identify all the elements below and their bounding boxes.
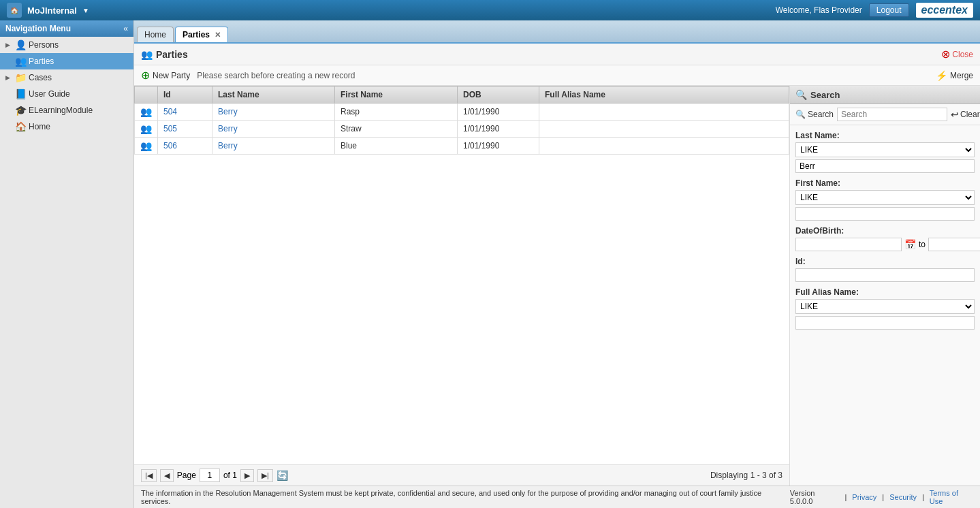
logout-button[interactable]: Logout — [869, 3, 909, 17]
persons-expand-arrow: ▶ — [5, 42, 12, 48]
full-alias-input[interactable] — [795, 316, 975, 330]
parties-title-icon: 👥 — [141, 49, 153, 60]
footer-right: Version 5.0.0.0 | Privacy | Security | T… — [790, 489, 973, 505]
sidebar-collapse-button[interactable]: « — [123, 24, 128, 33]
col-last-name[interactable]: Last Name — [212, 86, 335, 104]
sidebar-item-persons[interactable]: ▶ 👤 Persons — [0, 37, 133, 53]
displaying-text: Displaying 1 - 3 of 3 — [710, 471, 783, 480]
search-header: 🔍 Search — [790, 86, 980, 104]
sidebar-item-elearning-label: ELearningModule — [29, 106, 93, 115]
close-label: Close — [952, 50, 973, 59]
new-party-label: New Party — [153, 71, 190, 80]
prev-page-button[interactable]: ◀ — [160, 469, 174, 482]
header-right: Welcome, Flas Provider Logout eccentex — [776, 3, 973, 18]
sidebar-item-user-guide[interactable]: 📘 User Guide — [0, 86, 133, 102]
page-input[interactable] — [200, 469, 220, 482]
col-alias[interactable]: Full Alias Name — [539, 86, 789, 104]
terms-link[interactable]: Terms of Use — [930, 489, 973, 505]
search-button[interactable]: 🔍 Search — [795, 110, 834, 119]
dob-from-calendar-button[interactable]: 📅 — [904, 239, 916, 250]
toolbar: ⊕ New Party Please search before creatin… — [134, 65, 980, 86]
merge-button[interactable]: ⚡ Merge — [936, 70, 973, 81]
full-alias-operator-select[interactable]: LIKE EQUALS STARTS WITH ENDS WITH — [795, 299, 975, 314]
full-alias-field-group: Full Alias Name: LIKE EQUALS STARTS WITH… — [795, 287, 975, 330]
row-first-name-cell: Straw — [335, 121, 458, 138]
data-table: Id Last Name First Name DOB Full Alias N… — [134, 86, 789, 155]
tab-home[interactable]: Home — [137, 27, 174, 42]
close-button[interactable]: ⊗ Close — [941, 48, 973, 61]
dob-field-group: DateOfBirth: 📅 to 📅 — [795, 226, 975, 251]
new-party-icon: ⊕ — [141, 69, 150, 82]
elearning-icon: 🎓 — [15, 105, 26, 116]
refresh-button[interactable]: 🔄 — [276, 470, 288, 481]
row-person-icon: 👥 — [140, 106, 152, 117]
dob-from-input[interactable] — [795, 238, 902, 251]
id-label: Id: — [795, 257, 975, 266]
tab-parties[interactable]: Parties ✕ — [175, 27, 228, 42]
row-icon-cell: 👥 — [135, 138, 158, 155]
row-id-link[interactable]: 505 — [163, 124, 177, 133]
dob-to-input[interactable] — [928, 238, 980, 251]
row-person-icon: 👥 — [140, 123, 152, 134]
new-party-button[interactable]: ⊕ New Party — [141, 69, 190, 82]
col-id[interactable]: Id — [158, 86, 212, 104]
table-row: 👥 506 Berry Blue 1/01/1990 — [135, 138, 789, 155]
footer-separator-3: | — [922, 493, 924, 501]
tab-parties-close[interactable]: ✕ — [215, 31, 221, 39]
sidebar-item-cases[interactable]: ▶ 📁 Cases — [0, 69, 133, 86]
close-icon: ⊗ — [941, 48, 950, 61]
home-icon: 🏠 — [15, 121, 26, 132]
row-last-name-cell: Berry — [212, 138, 335, 155]
search-fields: Last Name: LIKE EQUALS STARTS WITH ENDS … — [790, 125, 980, 335]
row-id-link[interactable]: 504 — [163, 107, 177, 116]
welcome-text: Welcome, Flas Provider — [776, 5, 862, 15]
pagination: |◀ ◀ Page of 1 ▶ ▶| 🔄 Displaying 1 - 3 o… — [134, 464, 789, 486]
col-first-name[interactable]: First Name — [335, 86, 458, 104]
persons-icon: 👤 — [15, 39, 26, 50]
row-id-link[interactable]: 506 — [163, 141, 177, 150]
page-content: 👥 Parties ⊗ Close ⊕ New Party Please sea… — [134, 44, 980, 486]
privacy-link[interactable]: Privacy — [852, 493, 876, 501]
last-page-button[interactable]: ▶| — [257, 469, 273, 482]
col-icon — [135, 86, 158, 104]
first-name-operator-select[interactable]: LIKE EQUALS STARTS WITH ENDS WITH — [795, 190, 975, 205]
full-alias-label: Full Alias Name: — [795, 287, 975, 297]
last-name-input[interactable] — [795, 159, 975, 173]
sidebar-item-persons-label: Persons — [29, 40, 59, 50]
search-header-label: Search — [810, 90, 840, 100]
row-alias-cell — [539, 121, 789, 138]
page-label: Page — [177, 471, 196, 480]
main-split: Id Last Name First Name DOB Full Alias N… — [134, 86, 980, 486]
sidebar-item-elearning[interactable]: 🎓 ELearningModule — [0, 102, 133, 118]
first-name-input[interactable] — [795, 207, 975, 221]
row-last-name-link[interactable]: Berry — [218, 107, 238, 116]
id-input[interactable] — [795, 268, 975, 282]
table-row: 👥 505 Berry Straw 1/01/1990 — [135, 121, 789, 138]
parties-icon: 👥 — [15, 56, 26, 67]
first-page-button[interactable]: |◀ — [141, 469, 157, 482]
row-last-name-link[interactable]: Berry — [218, 124, 238, 133]
search-quick-input[interactable] — [837, 108, 947, 121]
sidebar-item-parties[interactable]: 👥 Parties — [0, 53, 133, 69]
sidebar-item-home[interactable]: 🏠 Home — [0, 118, 133, 135]
sidebar: Navigation Menu « ▶ 👤 Persons 👥 Parties … — [0, 20, 134, 508]
row-dob-cell: 1/01/1990 — [458, 121, 539, 138]
clear-button[interactable]: ↩ Clear — [951, 109, 980, 120]
dob-row: 📅 to 📅 — [795, 238, 975, 251]
last-name-label: Last Name: — [795, 131, 975, 140]
last-name-operator-select[interactable]: LIKE EQUALS STARTS WITH ENDS WITH — [795, 142, 975, 157]
row-last-name-cell: Berry — [212, 121, 335, 138]
search-panel: 🔍 Search 🔍 Search ↩ Clear — [789, 86, 980, 486]
merge-label: Merge — [950, 71, 973, 80]
row-first-name-cell: Rasp — [335, 104, 458, 121]
row-last-name-link[interactable]: Berry — [218, 141, 238, 150]
top-header: 🏠 MoJInternal ▼ Welcome, Flas Provider L… — [0, 0, 980, 20]
security-link[interactable]: Security — [889, 493, 917, 501]
app-dropdown-arrow[interactable]: ▼ — [82, 7, 89, 14]
row-last-name-cell: Berry — [212, 104, 335, 121]
footer-message: The information in the Resolution Manage… — [141, 489, 790, 505]
next-page-button[interactable]: ▶ — [240, 469, 254, 482]
col-dob[interactable]: DOB — [458, 86, 539, 104]
clear-label: Clear — [960, 110, 980, 119]
row-alias-cell — [539, 104, 789, 121]
